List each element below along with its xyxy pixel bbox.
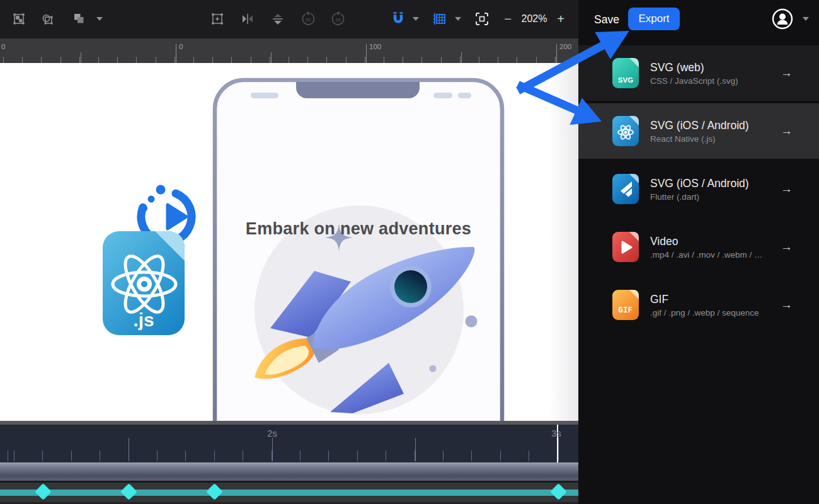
ruler-unit-label: 0	[1, 43, 5, 50]
artboard-title: Embark on new adventures	[215, 219, 502, 239]
react-file-icon	[612, 116, 639, 146]
ruler-unit-label: 200	[559, 43, 571, 50]
ruler-unit-label: 0	[179, 43, 183, 50]
arrow-right-icon[interactable]: →	[781, 66, 793, 80]
export-item-title: Video	[650, 233, 781, 249]
chevron-down-icon	[455, 17, 461, 21]
rotate-ccw-90-icon[interactable]: 90	[300, 11, 316, 27]
save-button[interactable]: Save	[589, 9, 624, 30]
svg-file-icon: SVG	[612, 58, 639, 88]
export-item-svg-flutter[interactable]: SVG (iOS / Android) Flutter (.dart) →	[578, 161, 819, 217]
status-pill-right-2	[458, 93, 471, 98]
play-icon	[168, 205, 186, 229]
timeline-time-label: 3s	[551, 428, 561, 438]
arrow-right-icon[interactable]: →	[781, 240, 793, 254]
snap-magnet-icon[interactable]	[390, 11, 406, 27]
zoom-level[interactable]: 202%	[522, 13, 547, 25]
keyframe-diamond[interactable]	[550, 483, 567, 500]
export-item-subtitle: .gif / .png / .webp / sequence	[650, 307, 781, 319]
export-item-title: SVG (iOS / Android)	[650, 175, 781, 192]
grid-caret[interactable]	[455, 17, 461, 21]
ruler-minor-ticks	[0, 57, 578, 63]
keyframe-diamond[interactable]	[206, 483, 223, 500]
keyframe-diamond[interactable]	[120, 483, 137, 500]
zoom-out-button[interactable]: −	[504, 13, 512, 25]
arrow-right-icon[interactable]: →	[781, 182, 793, 196]
ruler-major-tick	[176, 44, 176, 63]
arrow-right-icon[interactable]: →	[781, 124, 793, 138]
artboard-graphics: .js	[0, 63, 578, 421]
timeline-minor-ticks	[0, 450, 578, 461]
status-pill-right-1	[433, 93, 452, 98]
timeline-tall-tick	[272, 438, 273, 461]
zoom-fit-icon[interactable]	[474, 11, 490, 27]
export-panel: Save Export SVG	[578, 0, 819, 504]
transform-tool-icon[interactable]	[11, 11, 26, 26]
canvas-ruler: 00100200	[0, 38, 578, 63]
ruler-mid-tick	[271, 52, 272, 63]
keyframe-span-bar[interactable]	[0, 490, 578, 496]
user-icon	[779, 14, 786, 20]
phone-notch	[296, 82, 420, 98]
timeline: 2s3s	[0, 421, 578, 504]
svg-text:SVG: SVG	[618, 76, 633, 84]
ruler-mid-tick	[81, 52, 81, 63]
rocket-window	[394, 270, 427, 303]
toolbar: 90 90	[0, 0, 578, 38]
export-item-title: SVG (web)	[650, 59, 781, 76]
account-caret[interactable]	[803, 17, 809, 21]
status-pill-left	[251, 93, 278, 98]
deco-dot-large	[466, 316, 478, 328]
export-item-title: GIF	[650, 291, 781, 307]
avatar[interactable]	[772, 8, 793, 32]
export-item-gif[interactable]: GIF GIF .gif / .png / .webp / sequence →	[578, 277, 819, 333]
grid-rulers-icon[interactable]	[431, 11, 447, 27]
timeline-time-label: 2s	[267, 428, 277, 438]
timeline-ruler[interactable]: 2s3s	[0, 425, 578, 462]
deco-dot-small	[430, 365, 437, 372]
js-file-label: .js	[133, 309, 154, 330]
flip-horizontal-icon[interactable]	[240, 11, 255, 26]
svg-text:90: 90	[336, 17, 341, 23]
rotate-cw-90-icon[interactable]: 90	[330, 11, 346, 27]
panel-shadow	[549, 63, 578, 421]
flip-vertical-icon[interactable]	[270, 11, 285, 26]
export-item-title: SVG (iOS / Android)	[650, 117, 781, 134]
export-format-list: SVG SVG (web) CSS / JavaScript (.svg) →	[578, 45, 819, 335]
export-item-subtitle: .mp4 / .avi / .mov / .webm / …	[650, 249, 781, 261]
export-item-subtitle: CSS / JavaScript (.svg)	[650, 76, 781, 87]
node-tool-icon[interactable]	[40, 11, 55, 26]
boolean-group-caret[interactable]	[96, 17, 103, 21]
app-window: 90 90	[0, 0, 819, 504]
ruler-mid-tick	[461, 52, 462, 63]
keyframe-track[interactable]	[0, 483, 578, 502]
boolean-group-icon[interactable]	[71, 11, 86, 26]
export-item-svg-web[interactable]: SVG SVG (web) CSS / JavaScript (.svg) →	[578, 45, 819, 101]
timeline-tall-tick	[129, 438, 129, 461]
keyframe-diamond[interactable]	[35, 483, 52, 500]
react-file-graphic: .js	[103, 184, 199, 335]
svg-text:GIF: GIF	[618, 306, 633, 315]
timeline-scrollbar[interactable]	[0, 462, 578, 481]
gif-file-icon: GIF	[612, 290, 639, 320]
video-file-icon	[612, 232, 639, 262]
zoom-in-button[interactable]: +	[557, 13, 564, 25]
chevron-down-icon	[413, 17, 419, 21]
export-item-video[interactable]: Video .mp4 / .avi / .mov / .webm / … →	[578, 219, 819, 275]
timeline-tall-tick	[558, 438, 559, 461]
arrow-right-icon[interactable]: →	[781, 298, 793, 312]
ruler-unit-label: 100	[369, 43, 381, 50]
svg-text:90: 90	[306, 17, 311, 23]
canvas[interactable]: .js Embark on new adventures	[0, 63, 578, 421]
ruler-major-tick	[556, 44, 557, 63]
flutter-file-icon	[612, 174, 639, 204]
panel-header: Save Export	[578, 0, 819, 39]
snap-caret[interactable]	[413, 17, 419, 21]
ruler-major-tick	[366, 44, 367, 63]
align-target-icon[interactable]	[210, 11, 225, 26]
export-button[interactable]: Export	[628, 8, 680, 30]
export-item-subtitle: Flutter (.dart)	[650, 192, 781, 203]
chevron-down-icon	[96, 17, 103, 21]
export-item-svg-react-native[interactable]: SVG (iOS / Android) React Native (.js) →	[578, 103, 819, 159]
timeline-tall-tick	[415, 438, 416, 461]
